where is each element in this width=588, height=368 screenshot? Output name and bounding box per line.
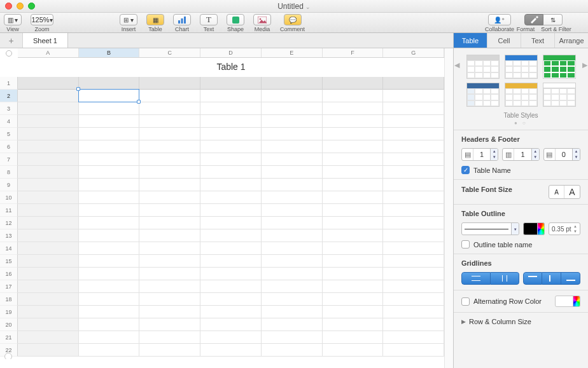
cell[interactable] [323, 268, 384, 280]
cell[interactable] [200, 102, 262, 115]
cell[interactable] [18, 242, 79, 255]
cell[interactable] [79, 153, 140, 166]
row-header[interactable]: 10 [0, 191, 18, 204]
cell[interactable] [18, 191, 79, 204]
cell[interactable] [79, 128, 140, 140]
header-cols-stepper[interactable]: ▥1▲▼ [502, 148, 539, 161]
cell[interactable] [18, 115, 79, 128]
cell[interactable] [18, 153, 79, 166]
cell[interactable] [383, 153, 444, 166]
tab-text[interactable]: Text [521, 33, 555, 48]
cell[interactable] [262, 344, 323, 357]
cell[interactable] [18, 318, 79, 331]
cell[interactable] [323, 166, 384, 179]
cell[interactable] [79, 255, 140, 268]
cell[interactable] [262, 306, 323, 318]
cell[interactable] [139, 306, 200, 318]
selection-handle[interactable] [137, 100, 141, 104]
cell[interactable] [383, 128, 444, 140]
table-style-1[interactable] [466, 55, 500, 79]
table-style-6[interactable] [543, 83, 576, 107]
col-header-G[interactable]: G [383, 48, 444, 57]
row-col-size-disclosure[interactable]: ▶ Row & Column Size [461, 318, 580, 325]
cell[interactable] [139, 217, 200, 229]
row-header[interactable]: 4 [0, 115, 18, 128]
cell[interactable] [323, 204, 384, 217]
add-row-handle[interactable] [4, 353, 12, 359]
styles-next-icon[interactable]: ▶ [582, 61, 587, 69]
cell[interactable] [139, 153, 200, 166]
row-header[interactable]: 20 [0, 318, 18, 331]
cell[interactable] [262, 77, 323, 90]
grid-hv-icon[interactable] [542, 272, 561, 285]
cell[interactable] [79, 204, 140, 217]
cell[interactable] [200, 229, 262, 242]
view-button[interactable]: ▥ ▾ [4, 14, 22, 25]
cell[interactable] [139, 77, 200, 90]
row-header[interactable]: 17 [0, 280, 18, 293]
font-smaller-button[interactable]: A [549, 186, 564, 198]
cell[interactable] [200, 255, 262, 268]
cell[interactable] [139, 204, 200, 217]
cell[interactable] [200, 166, 262, 179]
cell[interactable] [262, 166, 323, 179]
cell[interactable] [200, 344, 262, 357]
cell[interactable] [79, 77, 140, 90]
cell[interactable] [200, 115, 262, 128]
table-style-2[interactable] [505, 55, 538, 79]
cell[interactable] [323, 242, 384, 255]
cell[interactable] [262, 255, 323, 268]
cell[interactable] [200, 128, 262, 140]
row-header[interactable]: 16 [0, 268, 18, 280]
cell[interactable] [383, 293, 444, 306]
cell[interactable] [139, 280, 200, 293]
tab-arrange[interactable]: Arrange [555, 33, 588, 48]
cell[interactable] [18, 102, 79, 115]
cell[interactable] [79, 280, 140, 293]
table-style-4[interactable] [466, 83, 500, 107]
row-header[interactable]: 12 [0, 217, 18, 229]
cell[interactable] [79, 331, 140, 344]
cell[interactable] [323, 102, 384, 115]
cell[interactable] [323, 153, 384, 166]
cell[interactable] [200, 77, 262, 90]
text-button[interactable]: T [200, 14, 218, 25]
cell[interactable] [383, 268, 444, 280]
row-header[interactable]: 3 [0, 102, 18, 115]
cell[interactable] [262, 153, 323, 166]
cell[interactable] [139, 102, 200, 115]
cell[interactable] [383, 115, 444, 128]
cell[interactable] [139, 140, 200, 153]
cell[interactable] [200, 268, 262, 280]
cell[interactable] [323, 344, 384, 357]
column-headers[interactable]: A B C D E F G [18, 48, 444, 58]
cell[interactable] [323, 77, 384, 90]
cell[interactable] [139, 229, 200, 242]
cell[interactable] [200, 318, 262, 331]
gridlines-header-seg[interactable] [523, 272, 581, 285]
sort-filter-button[interactable]: ⇅ [543, 14, 563, 25]
cell[interactable] [139, 318, 200, 331]
cell[interactable] [383, 242, 444, 255]
cell[interactable] [79, 293, 140, 306]
cell[interactable] [18, 166, 79, 179]
cell[interactable] [79, 115, 140, 128]
grid-hf-icon[interactable] [561, 272, 580, 285]
font-size-segmented[interactable]: AA [549, 185, 580, 199]
cell[interactable] [383, 229, 444, 242]
select-all-corner[interactable] [0, 48, 18, 58]
cell[interactable] [18, 229, 79, 242]
styles-page-dots[interactable]: ● ○ [454, 120, 588, 130]
cell[interactable] [18, 268, 79, 280]
outline-color-well[interactable] [523, 222, 545, 235]
row-header[interactable]: 15 [0, 255, 18, 268]
cell[interactable] [200, 179, 262, 191]
collaborate-button[interactable]: 👤⁺ [488, 14, 511, 25]
cell[interactable] [18, 280, 79, 293]
cell[interactable] [262, 318, 323, 331]
cell[interactable] [323, 128, 384, 140]
insert-button[interactable]: ⊞ ▾ [120, 14, 137, 25]
header-rows-stepper[interactable]: ▤1▲▼ [461, 148, 498, 161]
cell[interactable] [139, 344, 200, 357]
gridlines-body-seg[interactable] [461, 272, 519, 285]
